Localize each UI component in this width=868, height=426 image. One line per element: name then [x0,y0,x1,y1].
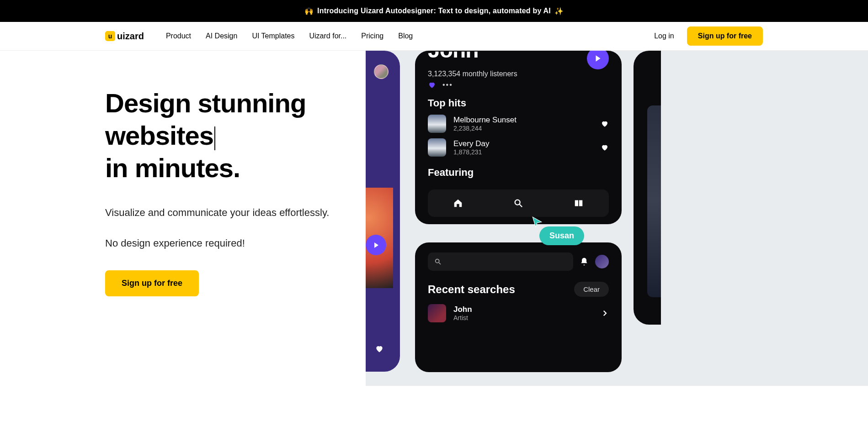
track-plays: 2,238,244 [453,125,593,132]
hero-section: Design stunning websites in minutes. Vis… [0,51,868,426]
chevron-right-icon [601,309,609,317]
track-name: Every Day [453,139,593,148]
recent-searches-heading: Recent searches [428,283,515,296]
nav-product[interactable]: Product [166,32,191,40]
header-nav: u uizard Product AI Design UI Templates … [0,22,868,51]
track-plays: 1,878,231 [453,148,593,156]
search-input[interactable] [428,252,573,271]
heart-icon [375,344,384,353]
logo-text: uizard [117,31,144,42]
track-artwork [428,115,446,133]
typing-cursor-icon [214,126,215,150]
top-hits-heading: Top hits [428,97,609,109]
collaborator-cursor-label: Susan [539,226,584,245]
hero-title-line3: in minutes. [105,153,240,183]
more-icon[interactable]: ••• [442,81,453,89]
search-icon [434,258,442,265]
cursor-pointer-icon [531,216,543,228]
artist-name: John [428,52,479,63]
search-icon[interactable] [513,198,523,208]
nav-blog[interactable]: Blog [398,32,413,40]
home-icon[interactable] [453,198,463,208]
artist-artwork [428,304,446,322]
recent-item-type: Artist [453,314,472,321]
track-row[interactable]: Every Day 1,878,231 [428,138,609,157]
avatar [374,64,389,79]
avatar[interactable] [595,255,609,268]
hero-title-line2: websites [105,121,213,150]
heart-icon[interactable] [428,81,436,89]
track-name: Melbourne Sunset [453,116,593,125]
logo-mark: u [105,31,115,41]
showcase-card-search: Recent searches Clear John Artist [415,242,622,372]
nav-ui-templates[interactable]: UI Templates [252,32,294,40]
play-button[interactable] [587,51,609,69]
primary-nav: Product AI Design UI Templates Uizard fo… [166,32,413,40]
bottom-nav [428,189,609,217]
recent-search-item[interactable]: John Artist [428,304,609,322]
hero-signup-button[interactable]: Sign up for free [105,270,199,296]
clear-button[interactable]: Clear [574,282,609,297]
header-signup-button[interactable]: Sign up for free [687,26,763,46]
announcement-text: Introducing Uizard Autodesigner: Text to… [317,7,551,15]
hero-title-line1: Design stunning [105,88,306,118]
play-button[interactable] [366,235,386,255]
showcase-card-left-peek [366,51,400,372]
library-icon[interactable] [574,198,584,208]
track-row[interactable]: Melbourne Sunset 2,238,244 [428,115,609,133]
artwork-image [647,105,661,297]
announcement-bar[interactable]: 🙌 Introducing Uizard Autodesigner: Text … [0,0,868,22]
logo[interactable]: u uizard [105,31,144,42]
hero-showcase: John 3,123,354 monthly listeners ••• Top… [366,51,868,386]
hero-title: Design stunning websites in minutes. [105,87,366,184]
svg-line-1 [520,205,522,207]
showcase-card-right-peek [634,51,661,325]
svg-point-0 [515,200,520,205]
featuring-heading: Featuring [428,167,609,179]
showcase-card-artist: John 3,123,354 monthly listeners ••• Top… [415,51,622,224]
bell-icon[interactable] [580,257,589,266]
emoji-hands: 🙌 [304,7,314,16]
track-artwork [428,138,446,157]
listeners-count: 3,123,354 monthly listeners [428,70,609,78]
play-icon [594,54,602,63]
svg-point-2 [436,259,439,263]
nav-pricing[interactable]: Pricing [361,32,383,40]
sparkle-icon: ✨ [554,7,564,16]
heart-icon[interactable] [601,120,609,128]
nav-uizard-for[interactable]: Uizard for... [309,32,347,40]
play-icon [373,242,380,249]
recent-item-name: John [453,305,472,314]
nav-ai-design[interactable]: AI Design [206,32,237,40]
hero-subtitle-2: No design experience required! [105,237,366,249]
hero-copy: Design stunning websites in minutes. Vis… [105,51,366,426]
login-link[interactable]: Log in [654,32,674,40]
hero-subtitle: Visualize and communicate your ideas eff… [105,205,366,220]
heart-icon[interactable] [601,143,609,152]
svg-line-3 [439,263,441,264]
